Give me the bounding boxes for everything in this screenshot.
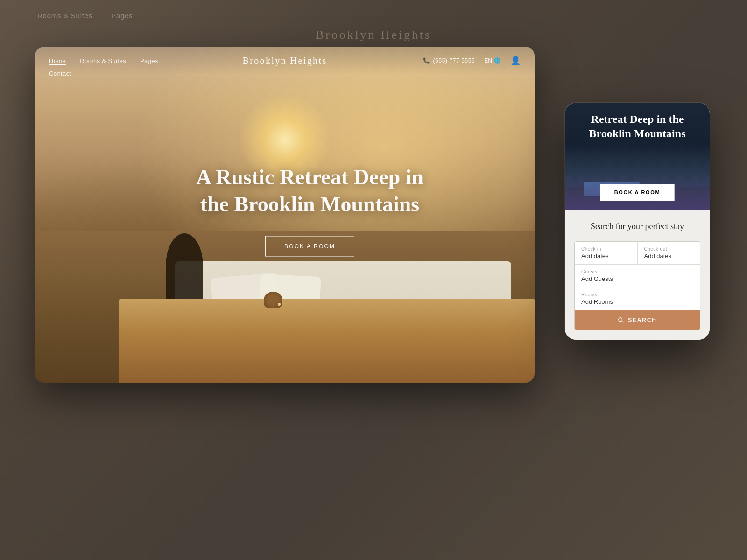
svg-point-0 — [619, 318, 622, 322]
background-title: Brooklyn Heights — [316, 28, 431, 42]
mobile-card: Retreat Deep in the Brooklin Mountains B… — [565, 103, 710, 340]
nav-home[interactable]: Home — [49, 57, 66, 64]
background-nav: Rooms & Suites Pages — [37, 12, 133, 20]
mobile-search-title: Search for your perfect stay — [574, 221, 700, 232]
svg-line-1 — [622, 321, 624, 323]
nav-rooms-suites[interactable]: Rooms & Suites — [80, 57, 126, 64]
phone-icon: 📞 — [423, 57, 430, 64]
nav-user-icon[interactable]: 👤 — [510, 56, 521, 66]
hero-deck — [119, 299, 535, 383]
mobile-hero-title: Retreat Deep in the Brooklin Mountains — [565, 112, 710, 141]
checkout-label: Check out — [644, 246, 694, 252]
lang-label: EN — [484, 57, 492, 64]
nav-brand: Brooklyn Heights — [242, 56, 327, 66]
globe-icon: 🌐 — [494, 57, 501, 64]
phone-number: (555) 777 5555 — [433, 57, 475, 64]
checkout-value: Add dates — [644, 252, 694, 259]
search-form: Check in Add dates Check out Add dates G… — [574, 241, 700, 330]
rooms-label: Rooms — [581, 292, 693, 297]
bg-nav-rooms: Rooms & Suites — [37, 12, 92, 20]
search-label: SEARCH — [628, 317, 656, 323]
checkin-value: Add dates — [581, 252, 631, 259]
nav-pages[interactable]: Pages — [140, 57, 158, 64]
hero-sparkle — [278, 303, 281, 306]
desktop-nav: Home Rooms & Suites Pages Brooklyn Heigh… — [35, 47, 535, 75]
mobile-hero: Retreat Deep in the Brooklin Mountains B… — [565, 103, 710, 210]
mobile-book-button[interactable]: BOOK A ROOM — [600, 184, 675, 201]
rooms-value: Add Rooms — [581, 298, 693, 305]
hero-book-button[interactable]: BOOK A ROOM — [265, 236, 354, 257]
guests-field[interactable]: Guests Add Guests — [575, 265, 700, 287]
mobile-search-section: Search for your perfect stay Check in Ad… — [565, 210, 710, 340]
nav-links-row: Home Rooms & Suites Pages — [49, 57, 158, 64]
bg-nav-pages: Pages — [111, 12, 133, 20]
rooms-field[interactable]: Rooms Add Rooms — [575, 287, 700, 310]
nav-language[interactable]: EN 🌐 — [484, 57, 501, 64]
checkin-field[interactable]: Check in Add dates — [575, 242, 638, 264]
guests-value: Add Guests — [581, 275, 693, 282]
search-icon — [618, 317, 624, 323]
hero-text-block: A Rustic Retreat Deep in the Brooklin Mo… — [185, 164, 435, 257]
checkout-field[interactable]: Check out Add dates — [638, 242, 700, 264]
desktop-card: Home Rooms & Suites Pages Brooklyn Heigh… — [35, 47, 535, 383]
dates-row: Check in Add dates Check out Add dates — [575, 242, 700, 265]
nav-phone[interactable]: 📞 (555) 777 5555 — [423, 57, 475, 64]
guests-label: Guests — [581, 269, 693, 274]
nav-right: 📞 (555) 777 5555 EN 🌐 👤 — [423, 56, 521, 66]
search-button[interactable]: SEARCH — [575, 310, 700, 330]
hero-headline: A Rustic Retreat Deep in the Brooklin Mo… — [185, 164, 435, 217]
checkin-label: Check in — [581, 246, 631, 252]
